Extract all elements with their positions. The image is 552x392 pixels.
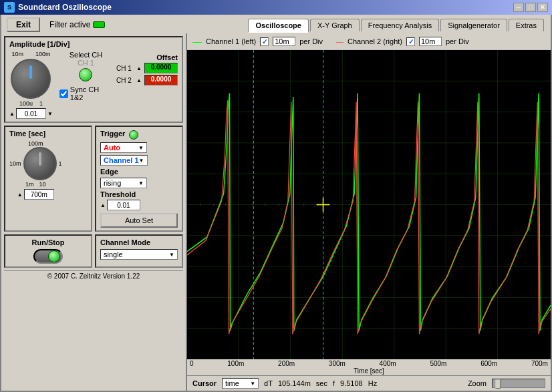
time-knob[interactable] [23,147,57,180]
window-controls: ─ □ ✕ [513,3,548,12]
f-unit: Hz [368,379,377,387]
ch2-offset-value[interactable]: 0.0000 [144,75,178,85]
ch1-checkbox[interactable]: ✓ [260,37,269,46]
time-label-600m: 600m [480,360,497,367]
amplitude-title: Amplitude [1/Div] [9,40,178,48]
ch2-check-mark: ✓ [408,38,414,45]
edge-arrow: ▼ [138,180,144,186]
edge-value: rising [104,179,121,187]
title-bar: S Soundcard Oszilloscope ─ □ ✕ [0,0,552,15]
dt-unit: sec [316,379,327,387]
copyright-text: © 2007 C. Zeitnitz Version 1.22 [47,272,140,280]
time-trigger-row: Time [sec] 100m 10m 1 [4,126,183,232]
maximize-button[interactable]: □ [525,3,536,12]
ch2-spinner-up[interactable]: ▲ [136,77,142,83]
trigger-mode-label: Auto [104,144,120,152]
dt-value: 105.144m [278,379,311,387]
run-stop-button[interactable] [33,249,63,264]
app-title: Soundcard Oszilloscope [18,3,112,12]
ch1-offset-row: CH 1 ▲ 0.0000 [116,63,178,73]
ch2-name: Channel 2 (right) [348,37,402,45]
filter-active-led [93,21,105,28]
channel-mode-dropdown[interactable]: single ▼ [100,249,178,260]
threshold-spinner-up[interactable]: ▲ [100,202,106,208]
amplitude-section: Amplitude [1/Div] 10m 100m 100u 1 [4,36,183,123]
app-icon: S [4,2,15,13]
time-label-400m: 400m [380,360,396,367]
tab-oscilloscope[interactable]: Oscilloscope [248,19,308,33]
sync-checkbox[interactable] [59,89,68,98]
ch1-offset-spinner: ▲ [136,65,142,71]
time-knob-label-100m: 100m [28,140,43,147]
tab-xy-graph[interactable]: X-Y Graph [310,19,360,31]
edge-dropdown[interactable]: rising ▼ [100,178,147,188]
time-label-700m: 700m [531,360,548,367]
channel-mode-section: Channel Mode single ▼ [95,234,183,268]
dt-label: dT [264,379,273,387]
ch2-offset-spinner: ▲ [136,77,142,83]
ch2-offset-label: CH 2 [116,77,134,84]
time-value-input[interactable] [24,189,54,200]
exit-button[interactable]: Exit [7,17,40,32]
spinner-down-icon[interactable]: ▼ [47,111,53,117]
main-window: Exit Filter active Oscilloscope X-Y Grap… [0,15,552,392]
ch2-per-div-input[interactable] [419,37,442,46]
trigger-mode-dropdown[interactable]: Auto ▼ [100,142,147,153]
ch1-dot: — [192,36,202,47]
time-knob-label-1: 1 [59,160,62,167]
channel-mode-title: Channel Mode [100,238,178,246]
trigger-channel-arrow: ▼ [139,158,144,164]
amplitude-value-box: ▲ ▼ [9,108,53,119]
edge-row: rising ▼ [100,178,178,188]
sync-checkbox-row[interactable]: Sync CH 1&2 [59,85,112,102]
oscilloscope-display[interactable] [187,50,551,359]
trigger-led [129,130,138,140]
time-axis: 0 100m 200m 300m 400m 500m 600m 700m Tim… [187,359,551,375]
ch2-offset-row: CH 2 ▲ 0.0000 [116,75,178,85]
ch2-checkbox[interactable]: ✓ [406,37,415,46]
time-spinner-up-icon[interactable]: ▲ [17,192,23,198]
amplitude-knob-area: 10m 100m 100u 1 ▲ ▼ [9,51,53,119]
minimize-button[interactable]: ─ [513,3,524,12]
time-knob-label-10m: 10m [9,160,21,167]
offset-title: Offset [116,53,178,61]
trigger-channel-dropdown[interactable]: Channel 1 ▼ [100,155,148,166]
run-stop-led [48,250,60,262]
tab-signal-generator[interactable]: Signalgenerator [440,19,507,31]
spinner-up-icon[interactable]: ▲ [9,111,15,117]
tab-extras[interactable]: Extras [509,19,544,31]
filter-active-label: Filter active [49,20,90,29]
amplitude-value-input[interactable] [16,108,46,119]
zoom-slider[interactable] [492,379,545,388]
trigger-channel-row: Channel 1 ▼ [100,155,178,166]
trigger-header: Trigger [100,130,178,140]
edge-label: Edge [100,168,178,176]
time-value-box: ▲ [17,189,54,200]
bottom-bar: Cursor time ▼ dT 105.144m sec f 9.5108 H… [187,375,551,391]
zoom-thumb[interactable] [495,379,501,389]
channel-info-bar: — Channel 1 (left) ✓ per Div — Channel 2… [187,33,551,50]
cursor-type-value: time [225,379,239,387]
ch1-per-div-input[interactable] [273,37,295,46]
amplitude-knob[interactable] [11,59,51,99]
threshold-input[interactable] [107,200,140,210]
time-label-300m: 300m [329,360,346,367]
ch1-spinner-up[interactable]: ▲ [136,65,142,71]
close-button[interactable]: ✕ [537,3,548,12]
ch2-dot: — [336,37,343,45]
auto-set-button[interactable]: Auto Set [100,213,178,228]
ch1-offset-value[interactable]: 0.0000 [144,63,178,73]
channel-mode-value: single [104,250,123,258]
ch1-label: CH 1 [78,59,94,67]
ch1-per-div-unit: per Div [299,37,323,45]
time-label-1m: 1m [25,181,34,188]
threshold-label: Threshold [100,190,178,198]
cursor-type-dropdown[interactable]: time ▼ [222,378,259,389]
trigger-channel-label: Channel 1 [104,156,139,164]
trigger-mode-arrow: ▼ [138,145,144,151]
tab-frequency-analysis[interactable]: Frequency Analysis [361,19,439,31]
knob-label-1: 1 [39,100,43,107]
select-ch-label: Select CH [70,51,103,59]
offset-area: Offset CH 1 ▲ 0.0000 CH 2 ▲ [116,53,178,85]
copyright-bar: © 2007 C. Zeitnitz Version 1.22 [4,270,183,281]
